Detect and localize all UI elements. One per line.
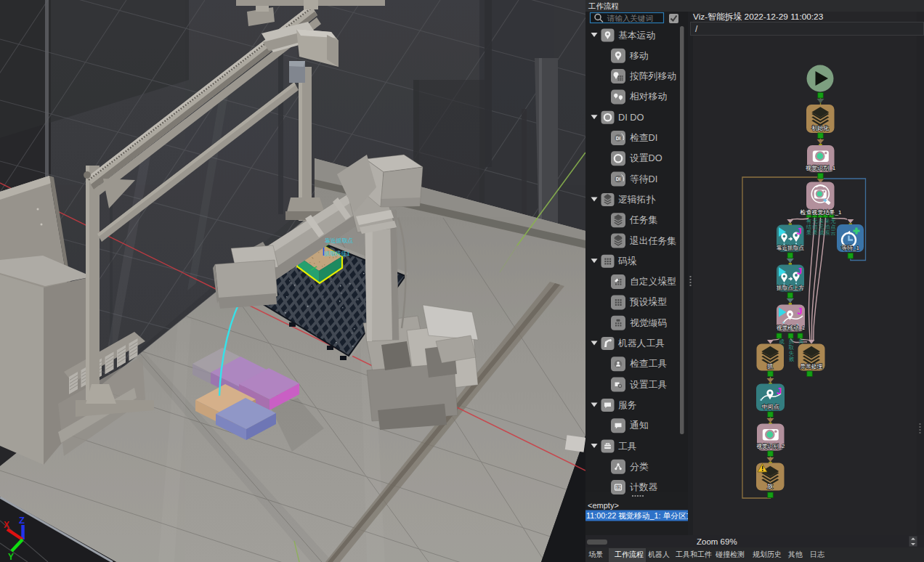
svg-text:败: 败 [789,356,795,362]
svg-text:预设垛型: 预设垛型 [629,296,667,307]
svg-text:逻辑拓扑: 逻辑拓扑 [618,194,655,205]
svg-text:设置工具: 设置工具 [630,379,667,390]
svg-text:通知: 通知 [630,420,649,431]
svg-text:12: 12 [615,485,621,490]
svg-text:码垛: 码垛 [617,256,637,266]
svg-text:J: J [798,306,803,317]
svg-text:工作流程: 工作流程 [615,550,644,558]
svg-text:X: X [4,520,9,530]
svg-text:分类: 分类 [630,461,649,472]
svg-text:其他: 其他 [788,550,803,558]
svg-text:果: 果 [806,229,811,236]
svg-text:按阵列移动: 按阵列移动 [629,70,676,81]
svg-text:视觉识别_1: 视觉识别_1 [805,165,835,171]
svg-text:计数器: 计数器 [630,481,658,492]
svg-text:相对移动: 相对移动 [629,91,667,102]
svg-text:果: 果 [812,229,817,236]
svg-text:放: 放 [767,483,773,489]
svg-text:等待DI: 等待DI [630,174,657,184]
svg-text:异常处理: 异常处理 [801,363,823,370]
svg-text:规划历史: 规划历史 [753,550,782,558]
svg-text:机器人工具: 机器人工具 [617,338,665,349]
svg-text:Viz-智能拆垛 2022-12-29 11:00:23: Viz-智能拆垛 2022-12-29 11:00:23 [693,12,824,22]
svg-text:服务: 服务 [618,399,637,410]
svg-text:场景: 场景 [588,550,603,558]
svg-text:碰撞检测: 碰撞检测 [715,550,745,558]
svg-text:DI: DI [616,136,621,141]
svg-text:任务集: 任务集 [629,214,658,225]
svg-text:请输入关键词: 请输入关键词 [607,14,653,23]
svg-text:检查视觉结果_1: 检查视觉结果_1 [800,209,842,216]
svg-text:Z: Z [19,515,25,526]
svg-text:检查DI: 检查DI [630,132,657,143]
svg-text:J: J [797,227,802,237]
svg-text:视觉移动_1: 视觉移动_1 [776,325,805,331]
svg-text:成: 成 [819,229,824,236]
svg-text:靠近抓取点: 靠近抓取点 [325,237,353,244]
svg-text:基本运动: 基本运动 [618,30,655,41]
svg-text:视觉缬码: 视觉缬码 [630,317,667,328]
svg-text:DI DO: DI DO [618,112,644,123]
svg-text:移动: 移动 [629,50,649,61]
svg-text:照: 照 [824,229,830,236]
svg-text:抓取特征1: 抓取特征1 [324,251,350,257]
svg-text:<empty>: <empty> [588,501,619,510]
svg-text:等待_1: 等待_1 [841,245,859,251]
svg-text:靠近抓取点: 靠近抓取点 [777,245,804,251]
svg-text:Zoom 69%: Zoom 69% [697,537,737,546]
svg-text:中间点: 中间点 [762,404,779,410]
svg-text:初始化: 初始化 [811,125,829,131]
svg-text:自定义垛型: 自定义垛型 [630,276,676,287]
svg-text:机器人: 机器人 [648,550,670,558]
svg-text:J: J [797,266,802,277]
svg-text:检查工具: 检查工具 [630,358,667,369]
svg-text:抓: 抓 [767,363,773,370]
svg-text:J: J [777,386,782,396]
svg-text:日志: 日志 [810,550,825,558]
svg-text:Y: Y [8,552,14,562]
svg-text:设置DO: 设置DO [630,152,662,163]
svg-text:工具: 工具 [618,441,637,452]
svg-text:云: 云 [830,229,835,236]
svg-text:退出任务集: 退出任务集 [630,235,676,246]
svg-text:工作流程: 工作流程 [588,1,619,10]
svg-text:DI: DI [616,176,621,182]
svg-text:11:00:22 视觉移动_1: 单分区方形: 11:00:22 视觉移动_1: 单分区方形 [586,511,702,520]
svg-text:抓取点上方: 抓取点上方 [777,285,804,291]
svg-text:视觉识别_2: 视觉识别_2 [755,443,785,449]
svg-text:工具和工件: 工具和工件 [676,550,712,558]
